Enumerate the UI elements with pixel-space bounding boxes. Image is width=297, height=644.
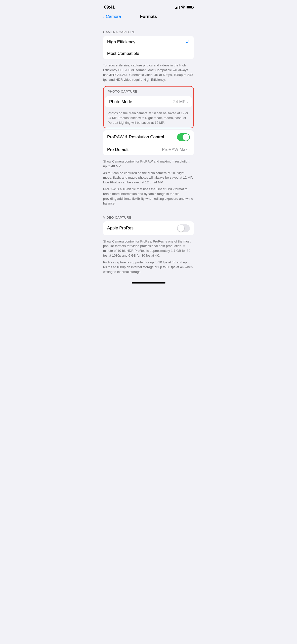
wifi-icon — [181, 5, 185, 9]
page-title: Formats — [140, 14, 157, 19]
status-icons — [175, 5, 193, 9]
apple-prores-toggle[interactable] — [177, 224, 190, 232]
camera-capture-label: CAMERA CAPTURE — [99, 30, 198, 34]
pro-default-label: Pro Default — [107, 147, 129, 152]
home-indicator — [132, 282, 165, 284]
back-button[interactable]: ‹ Camera — [103, 14, 121, 19]
battery-icon — [187, 6, 193, 9]
high-efficiency-checkmark: ✓ — [186, 39, 190, 45]
photo-mode-value: 24 MP — [173, 99, 186, 104]
video-desc2: ProRes capture is supported for up to 30… — [99, 260, 198, 278]
proraw-toggle-row[interactable]: ProRAW & Resolution Control — [103, 130, 194, 144]
most-compatible-label: Most Compatible — [107, 51, 139, 56]
photo-capture-description: Photos on the Main camera at 1× can be s… — [104, 109, 193, 128]
pro-default-value: ProRAW Max — [162, 147, 188, 152]
photo-mode-chevron-icon: › — [187, 100, 188, 104]
proraw-group: ProRAW & Resolution Control Pro Default … — [103, 130, 194, 155]
photo-capture-group: Photo Mode 24 MP › — [105, 96, 192, 107]
proraw-label: ProRAW & Resolution Control — [107, 135, 164, 140]
video-capture-label: VIDEO CAPTURE — [99, 216, 198, 219]
toggle-knob — [183, 134, 189, 141]
proraw-toggle[interactable] — [177, 133, 190, 141]
proraw-desc3: ProRAW is a 10-bit file that uses the Li… — [99, 187, 198, 210]
photo-capture-section: PHOTO CAPTURE Photo Mode 24 MP › Photos … — [103, 86, 194, 128]
video-desc1: Show Camera control for ProRes. ProRes i… — [99, 237, 198, 260]
high-efficiency-row[interactable]: High Efficiency ✓ — [103, 36, 194, 48]
camera-capture-description: To reduce file size, capture photos and … — [99, 61, 198, 86]
high-efficiency-label: High Efficiency — [107, 39, 135, 45]
most-compatible-row[interactable]: Most Compatible — [103, 48, 194, 59]
photo-mode-value-group: 24 MP › — [173, 99, 188, 104]
pro-default-value-group: ProRAW Max › — [162, 147, 190, 152]
camera-capture-group: High Efficiency ✓ Most Compatible — [103, 36, 194, 59]
back-chevron-icon: ‹ — [103, 14, 105, 19]
pro-default-chevron-icon: › — [189, 147, 190, 152]
back-label: Camera — [106, 14, 121, 19]
video-capture-group: Apple ProRes — [103, 221, 194, 235]
photo-mode-row[interactable]: Photo Mode 24 MP › — [105, 96, 192, 107]
proraw-desc2: 48 MP can be captured on the Main camera… — [99, 171, 198, 187]
prores-toggle-knob — [178, 225, 184, 232]
nav-bar: ‹ Camera Formats — [99, 12, 198, 21]
apple-prores-label: Apple ProRes — [107, 226, 134, 231]
status-time: 09:41 — [104, 5, 115, 10]
apple-prores-row[interactable]: Apple ProRes — [103, 221, 194, 235]
proraw-desc1: Show Camera control for ProRAW and maxim… — [99, 157, 198, 171]
photo-capture-label: PHOTO CAPTURE — [104, 87, 193, 95]
signal-icon — [175, 6, 180, 9]
photo-mode-label: Photo Mode — [109, 99, 132, 104]
status-bar: 09:41 — [99, 0, 198, 12]
pro-default-row[interactable]: Pro Default ProRAW Max › — [103, 144, 194, 155]
